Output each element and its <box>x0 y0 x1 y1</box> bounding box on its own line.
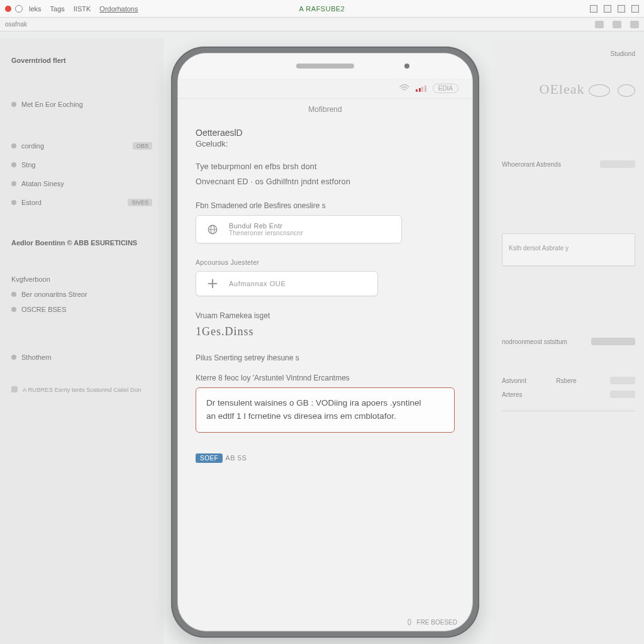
subbar-label: osafnak <box>5 21 27 28</box>
phone-footer: FRE BOESED <box>406 618 457 626</box>
bg-left-item[interactable]: EstordSIVES <box>11 199 152 206</box>
plus-icon <box>206 278 219 289</box>
bg-left-title: Governtriod flert <box>11 57 152 64</box>
wifi-icon <box>399 84 409 93</box>
bullet-icon <box>11 355 16 360</box>
field-label: Pilus Snerting setrey ihesune s <box>196 353 455 362</box>
content-line: Tye teburpmonl en efbs brsh dont <box>196 162 455 171</box>
content-heading: OetteraeslD <box>196 128 455 138</box>
status-pill: EDIA <box>433 84 458 93</box>
bg-right-panel: Studiond OEleak Whoerorant Astrends Ksth… <box>493 38 644 644</box>
content-line: Onvecnant ED · os Gdhilfntn jndnt estfor… <box>196 177 455 186</box>
bg-left-panel: Governtriod flert Met En Eor Eoching cor… <box>0 38 164 644</box>
bg-left-item-label: OSCRE BSES <box>21 306 67 313</box>
bg-left-item[interactable]: cordingOBS <box>11 142 152 150</box>
phone-footer-text: FRE BOESED <box>417 619 457 626</box>
brand-oval-icon <box>589 84 610 97</box>
tab-leks[interactable]: leks <box>29 5 42 13</box>
bg-right-kv-chip <box>591 338 635 345</box>
bg-left-item-pill: SIVES <box>128 199 152 206</box>
warning-box: Dr tensulent waisines o GB : VODiing ira… <box>196 387 455 433</box>
bg-left-item-label: Stng <box>21 161 36 169</box>
bg-left-item-label: Atatan Sinesy <box>21 180 64 187</box>
bg-right-kv-label: Arteres <box>502 391 522 398</box>
bg-left-item-label: Estord <box>21 199 42 206</box>
note-icon <box>11 386 18 392</box>
confirm-link[interactable]: SOEFAB 5S <box>196 454 455 462</box>
bg-left-item[interactable]: OSCRE BSES <box>11 306 152 313</box>
card-title: Bundul Reb Entr <box>229 222 303 230</box>
bg-left-item-label: cording <box>21 142 44 150</box>
tab-ordorhatons[interactable]: Ordorhatons <box>99 5 138 13</box>
phone-content: OetteraeslD Gceludk: Tye teburpmonl en e… <box>178 124 472 474</box>
bg-left-item[interactable]: Sthothern <box>11 353 152 361</box>
toolbar-icon-1[interactable] <box>590 5 597 13</box>
signal-icon <box>416 86 426 92</box>
traffic-light-red[interactable] <box>5 6 11 12</box>
bullet-icon <box>11 307 16 312</box>
bullet-icon <box>11 143 16 148</box>
toolbar-icon-4[interactable] <box>631 5 639 13</box>
chip <box>610 391 635 398</box>
subbar-icon-2[interactable] <box>613 21 621 28</box>
bg-right-card-label: Ksth dersot Asbrate y <box>509 245 569 252</box>
bg-left-item[interactable]: Atatan Sinesy <box>11 180 152 187</box>
brand-oval-icon <box>618 84 635 97</box>
chip <box>610 377 635 384</box>
bg-right-kv-label: Astvonnt <box>502 377 526 384</box>
bullet-icon <box>11 292 16 297</box>
toolbar-icon-3[interactable] <box>618 5 625 13</box>
tab-iistk[interactable]: IISTK <box>74 5 91 13</box>
confirm-text: AB 5S <box>225 454 247 462</box>
leaf-icon <box>406 618 413 626</box>
phone-frame: EDIA Mofibrend OetteraeslD Gceludk: Tye … <box>171 47 479 638</box>
bg-left-item[interactable]: Met En Eor Eoching <box>11 101 152 108</box>
speaker-icon <box>296 64 354 69</box>
bg-left-footnote: A RUBRES Esrrty tents Sostunnd Catiel Do… <box>11 386 152 393</box>
bullet-icon <box>11 162 16 167</box>
globe-icon <box>206 224 219 235</box>
bg-left-item-pill: OBS <box>133 142 152 150</box>
warning-line: an edtlf 1 I fcrnetine vs diresea irns e… <box>206 410 444 423</box>
field-label: Apcoursus Juesteter <box>196 258 455 266</box>
bg-left-section2: Aedlor Boentinn © ABB ESURETICINS <box>11 239 152 247</box>
bg-left-item[interactable]: Kvgfverboon <box>11 275 152 283</box>
bullet-icon <box>11 200 16 205</box>
subbar-icon-3[interactable] <box>630 21 639 28</box>
bg-right-brand: OEleak <box>502 81 635 97</box>
subbar-icon-1[interactable] <box>595 21 604 28</box>
phone-status-bar: EDIA <box>178 79 472 99</box>
toolbar-icon-2[interactable] <box>604 5 611 13</box>
bg-right-corner: Studiond <box>502 50 635 57</box>
bg-left-item[interactable]: Stng <box>11 161 152 169</box>
bg-left-item-label: Kvgfverboon <box>11 275 50 283</box>
traffic-light-placeholder[interactable] <box>15 5 23 13</box>
content-subheading: Gceludk: <box>196 139 455 148</box>
bg-right-kv: nodroonmeost sststtum <box>502 338 635 345</box>
bullet-icon <box>11 181 16 186</box>
warning-line: Dr tensulent waisines o GB : VODiing ira… <box>206 397 444 410</box>
bg-left-item-label: Sthothern <box>21 353 52 361</box>
card-subtitle: Theneroner iersncnsncnr <box>229 230 303 236</box>
bg-right-kv-value: Rsbere <box>556 377 576 384</box>
bullet-icon <box>11 102 16 107</box>
bg-left-item-label: Met En Eor Eoching <box>21 101 83 108</box>
camera-icon <box>404 64 409 69</box>
window-subbar: osafnak <box>0 18 644 31</box>
phone-notch <box>178 53 472 79</box>
bg-left-item-label: Ber ononaritns Streor <box>21 291 87 298</box>
card-title: Aufmannax OUE <box>229 280 286 287</box>
confirm-badge: SOEF <box>196 453 223 463</box>
field-label: Fbn Smadened orle Besfires oneslire s <box>196 201 455 210</box>
bg-left-footnote-text: A RUBRES Esrrty tents Sostunnd Catiel Do… <box>23 386 142 393</box>
bg-right-card: Ksth dersot Asbrate y <box>502 233 635 266</box>
window-title: A RAFSUBE2 <box>299 5 345 13</box>
tab-tags[interactable]: Tags <box>50 5 65 13</box>
add-account-card[interactable]: Aufmannax OUE <box>196 271 378 296</box>
chip <box>600 160 635 168</box>
bg-left-item[interactable]: Ber ononaritns Streor <box>11 291 152 298</box>
window-topbar: leks Tags IISTK Ordorhatons A RAFSUBE2 <box>0 0 644 18</box>
option-card-primary[interactable]: Bundul Reb Entr Theneroner iersncnsncnr <box>196 215 402 243</box>
big-value: 1Ges.Dinss <box>196 325 455 338</box>
phone-page-title: Mofibrend <box>178 99 472 124</box>
